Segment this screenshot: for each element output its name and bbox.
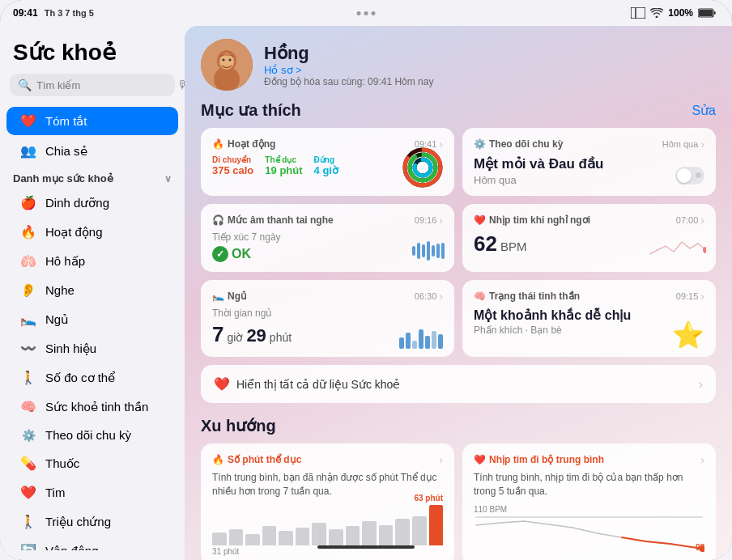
ok-circle: ✓	[212, 246, 228, 262]
show-all-content: ❤️ Hiển thị tất cả dữ liệu Sức khoẻ	[214, 376, 400, 392]
sidebar-item-breathing[interactable]: 🫁 Hô hấp	[6, 247, 178, 275]
sidebar-item-cycle[interactable]: ⚙️ Theo dõi chu kỳ	[6, 422, 178, 448]
mental-chevron: ›	[700, 290, 704, 303]
hearing-icon: 👂	[19, 282, 37, 298]
sidebar-item-nutrition[interactable]: 🍎 Dinh dưỡng	[6, 189, 178, 217]
meds-icon: 💊	[19, 456, 37, 471]
heart-label: Tim	[45, 486, 165, 499]
exercise-trend-icon: 🔥	[212, 454, 224, 465]
svg-rect-3	[699, 10, 713, 16]
sidebar-item-hearing[interactable]: 👂 Nghe	[6, 276, 178, 304]
heartrate-trend-icon: ❤️	[474, 454, 486, 465]
cycle-icon: ⚙️	[19, 429, 37, 442]
bar-2	[229, 529, 244, 545]
exercise-trend-desc: Tính trung bình, bạn đã nhận được số phú…	[212, 471, 443, 498]
mic-icon[interactable]: 🎙	[177, 78, 185, 91]
nutrition-icon: 🍎	[19, 195, 37, 210]
search-input[interactable]	[36, 79, 172, 91]
cycle-sub-text: Hôm qua	[474, 174, 704, 186]
meds-label: Thuốc	[45, 456, 165, 471]
heartrate-trend-desc: Tính trung bình, nhịp tim đi bộ của bạn …	[474, 471, 704, 498]
favorites-header: Mục ưa thích Sửa	[201, 100, 716, 120]
bar-1	[212, 532, 227, 545]
sidebar-item-sharing[interactable]: 👥 Chia sẻ	[6, 137, 178, 165]
heartrate-trend-header: ❤️ Nhịp tim đi bộ trung bình ›	[474, 453, 704, 466]
cycle-card-icon: ⚙️	[474, 138, 486, 150]
sidebar-item-meds[interactable]: 💊 Thuốc	[6, 449, 178, 477]
star-icon: ⭐	[672, 320, 704, 350]
sleep-sub-text: Thời gian ngủ	[212, 308, 443, 319]
sidebar-item-symptoms[interactable]: 🚶 Triệu chứng	[6, 507, 178, 536]
sleep-card-time: 06:30 ›	[415, 290, 443, 303]
cycle-toggle-dot	[677, 168, 692, 183]
mental-card-header: 🧠 Trạng thái tinh thần 09:15 ›	[474, 290, 704, 303]
sidebar-item-vitals[interactable]: 〰️ Sinh hiệu	[6, 334, 178, 363]
heartrate-card-icon: ❤️	[474, 214, 486, 226]
edit-button[interactable]: Sửa	[692, 103, 716, 118]
exercise-trend-chevron: ›	[439, 453, 443, 466]
mental-card-title: 🧠 Trạng thái tinh thần	[474, 291, 580, 302]
main-layout: Sức khoẻ 🔍 🎙 ❤️ Tóm tắt 👥 Chia sẻ Danh m…	[0, 26, 732, 560]
sidebar-item-body[interactable]: 🚶 Số đo cơ thể	[6, 363, 178, 392]
show-all-chevron: ›	[699, 377, 703, 392]
toggle-dot-small	[696, 172, 701, 178]
sleep-minutes-label: phút	[270, 331, 292, 344]
show-all-container: ❤️ Hiển thị tất cả dữ liệu Sức khoẻ ›	[201, 365, 716, 403]
nutrition-label: Dinh dưỡng	[45, 196, 165, 210]
sleep-bar-6	[432, 331, 436, 349]
status-date: Th 3 7 thg 5	[45, 8, 94, 18]
search-bar[interactable]: 🔍 🎙	[10, 74, 175, 96]
home-indicator[interactable]	[317, 539, 415, 555]
heartrate-unit: BPM	[500, 240, 527, 253]
sidebar-item-summary[interactable]: ❤️ Tóm tắt	[6, 107, 178, 135]
heart-icon: ❤️	[19, 485, 37, 500]
categories-header[interactable]: Danh mục sức khoẻ ∨	[0, 166, 185, 188]
status-time: 09:41	[13, 7, 38, 19]
sharing-label: Chia sẻ	[45, 144, 165, 159]
cycle-card[interactable]: ⚙️ Theo dõi chu kỳ Hôm qua › Mệt mỏi và …	[462, 128, 716, 196]
heartrate-card-title: ❤️ Nhịp tim khi nghỉ ngơi	[474, 214, 590, 226]
sharing-icon: 👥	[19, 143, 37, 159]
heartrate-card[interactable]: ❤️ Nhịp tim khi nghỉ ngơi 07:00 › 62 BPM	[462, 204, 716, 272]
sidebar-item-mobility[interactable]: 🔄 Vận động	[6, 537, 178, 550]
cycle-label: Theo dõi chu kỳ	[45, 428, 165, 442]
cycle-card-header: ⚙️ Theo dõi chu kỳ Hôm qua ›	[474, 138, 704, 151]
hr-label-bottom: 98	[696, 543, 704, 552]
sidebar-item-mental[interactable]: 🧠 Sức khoẻ tinh thần	[6, 392, 178, 421]
show-all-row[interactable]: ❤️ Hiển thị tất cả dữ liệu Sức khoẻ ›	[201, 365, 716, 403]
noise-bar-1	[412, 246, 415, 256]
noise-bar-4	[427, 241, 430, 261]
mental-sub-text: Phấn khích · Bạn bè	[474, 325, 704, 336]
vitals-label: Sinh hiệu	[45, 342, 165, 356]
cycle-card-time: Hôm qua ›	[662, 138, 704, 151]
noise-card-icon: 🎧	[212, 214, 224, 226]
sidebar: Sức khoẻ 🔍 🎙 ❤️ Tóm tắt 👥 Chia sẻ Danh m…	[0, 26, 185, 560]
svg-rect-0	[631, 7, 645, 19]
show-all-heart-icon: ❤️	[214, 376, 230, 392]
avatar[interactable]	[201, 39, 253, 91]
heartrate-trend-card[interactable]: ❤️ Nhịp tim đi bộ trung bình › Tính trun…	[462, 443, 716, 560]
profile-link[interactable]: Hồ sơ >	[264, 64, 433, 76]
exercise-trend-header: 🔥 Số phút thể dục ›	[212, 453, 443, 466]
activity-card[interactable]: 🔥 Hoạt động 09:41 › Di chuyển 375	[201, 128, 454, 196]
sidebar-item-heart[interactable]: ❤️ Tim	[6, 478, 178, 507]
mental-label: Sức khoẻ tinh thần	[45, 400, 165, 414]
ok-text: OK	[232, 247, 251, 261]
sidebar-item-activity[interactable]: 🔥 Hoạt động	[6, 218, 178, 246]
sidebar-item-sleep[interactable]: 🛌 Ngủ	[6, 305, 178, 333]
battery-icon	[698, 8, 716, 18]
noise-bar-3	[422, 244, 425, 257]
avatar-image	[201, 39, 253, 91]
breathing-icon: 🫁	[19, 253, 37, 269]
noise-card-time: 09:16 ›	[415, 214, 443, 227]
sleep-label: Ngủ	[45, 312, 165, 327]
cycle-toggle[interactable]	[675, 167, 704, 185]
sleep-card[interactable]: 🛌 Ngủ 06:30 › Thời gian ngủ 7 giờ	[201, 280, 454, 357]
activity-move: Di chuyển 375 calo	[212, 155, 253, 176]
sleep-bar-4	[419, 329, 423, 349]
noise-card[interactable]: 🎧 Mức âm thanh tai nghe 09:16 › Tiếp xúc…	[201, 204, 454, 272]
body-label: Số đo cơ thể	[45, 371, 165, 385]
mental-card[interactable]: 🧠 Trạng thái tinh thần 09:15 › Một khoản…	[462, 280, 716, 357]
noise-bar-6	[436, 244, 440, 258]
sleep-bar-1	[399, 337, 404, 349]
